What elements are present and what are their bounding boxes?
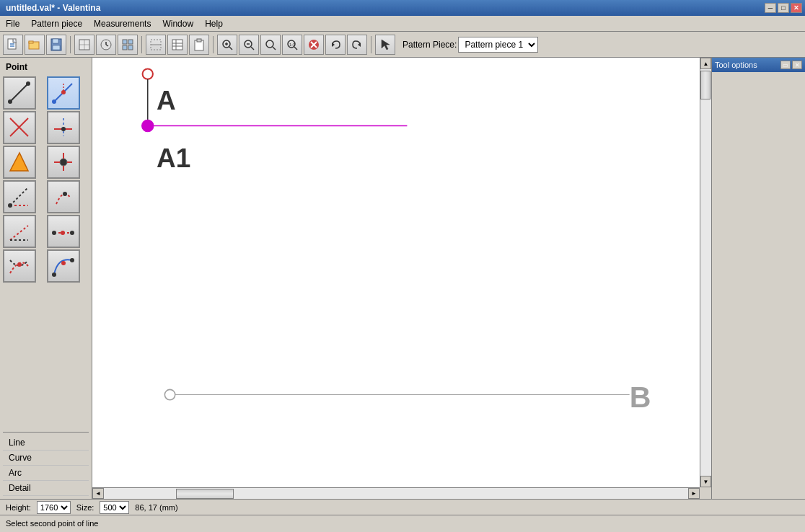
zoom-in-icon: [221, 38, 234, 51]
svg-point-74: [61, 261, 66, 265]
table-icon: [171, 38, 184, 51]
layout-btn[interactable]: [118, 35, 138, 55]
draft-icon: [149, 38, 162, 51]
title-bar-buttons: ─ □ ✕: [765, 3, 802, 13]
scrollbar-vertical[interactable]: ▲ ▼: [700, 58, 711, 487]
category-detail[interactable]: Detail: [3, 481, 89, 496]
redo-btn[interactable]: [347, 35, 367, 55]
main-layout: Point: [0, 58, 805, 499]
svg-text:1:1: 1:1: [289, 43, 296, 47]
svg-rect-16: [123, 45, 127, 50]
arrow-icon: [379, 38, 392, 51]
svg-marker-56: [10, 153, 28, 171]
shoulder-tool[interactable]: [3, 215, 36, 248]
bisector-tool[interactable]: [47, 111, 80, 144]
svg-rect-20: [172, 40, 182, 50]
arrow-btn[interactable]: [375, 35, 395, 55]
scroll-left-btn[interactable]: ◄: [92, 488, 104, 499]
clipboard-btn[interactable]: [189, 35, 209, 55]
open-icon: [28, 38, 41, 51]
menu-window[interactable]: Window: [157, 16, 199, 31]
stop-btn[interactable]: [304, 35, 324, 55]
history-btn[interactable]: [96, 35, 116, 55]
zoom-in-btn[interactable]: [217, 35, 237, 55]
svg-line-62: [10, 187, 28, 205]
svg-line-27: [229, 47, 232, 50]
scroll-up-btn[interactable]: ▲: [700, 58, 711, 69]
svg-point-33: [266, 40, 273, 48]
category-curve[interactable]: Curve: [3, 451, 89, 466]
new-button[interactable]: [3, 35, 23, 55]
svg-point-73: [52, 272, 56, 277]
svg-rect-6: [53, 39, 58, 43]
maximize-button[interactable]: □: [778, 3, 789, 13]
stop-icon: [307, 38, 320, 51]
curve-icon: [50, 253, 76, 279]
height-select[interactable]: 1760: [37, 501, 71, 514]
coordinates-text: 86, 17 (mm): [135, 503, 177, 512]
pattern-piece-select[interactable]: Pattern piece 1: [458, 37, 538, 53]
svg-rect-4: [29, 41, 33, 43]
menu-help[interactable]: Help: [199, 16, 229, 31]
separator-3: [213, 36, 214, 53]
status-message: Select second point of line: [6, 519, 98, 528]
close-button[interactable]: ✕: [791, 3, 802, 13]
point-inter-icon: [50, 149, 76, 175]
menu-pattern-piece[interactable]: Pattern piece: [25, 16, 88, 31]
zoom-fit-btn[interactable]: [260, 35, 281, 55]
svg-point-72: [17, 262, 22, 267]
save-icon: [50, 38, 63, 51]
category-line[interactable]: Line: [3, 435, 89, 451]
arc-inter-tool[interactable]: [3, 249, 36, 283]
along-line-tool[interactable]: [47, 76, 80, 110]
scroll-thumb-horizontal[interactable]: [176, 489, 234, 499]
scroll-track-vertical[interactable]: [700, 69, 711, 476]
size-select[interactable]: 500: [100, 501, 129, 514]
along-perp-tool[interactable]: [3, 111, 36, 144]
zoom-out-btn[interactable]: [239, 35, 259, 55]
svg-rect-25: [197, 39, 201, 42]
panel-header: Point: [3, 61, 89, 74]
menu-measurements[interactable]: Measurements: [88, 16, 157, 31]
save-button[interactable]: [46, 35, 66, 55]
scroll-track-horizontal[interactable]: [104, 488, 688, 499]
right-panel-restore-btn[interactable]: ▭: [780, 61, 791, 69]
scroll-thumb-vertical[interactable]: [700, 71, 711, 99]
category-arc[interactable]: Arc: [3, 466, 89, 481]
right-panel-close-btn[interactable]: ✕: [792, 61, 802, 69]
minimize-button[interactable]: ─: [765, 3, 776, 13]
left-panel: Point: [0, 58, 92, 499]
canvas-container[interactable]: A A1 B ▲ ▼ ◄: [92, 58, 711, 499]
pattern-icon-btn[interactable]: [74, 35, 94, 55]
svg-rect-17: [128, 45, 133, 50]
left-panel-categories: Line Curve Arc Detail: [3, 432, 89, 496]
menu-file[interactable]: File: [0, 16, 25, 31]
line-point-tool[interactable]: [3, 76, 36, 110]
midpoint-tool[interactable]: [47, 215, 80, 248]
perp-point-tool[interactable]: [3, 180, 36, 213]
point-inter-tool[interactable]: [47, 146, 80, 179]
zoom-out-icon: [242, 38, 255, 51]
label-b: B: [630, 381, 651, 414]
title-text: untitled.val* - Valentina: [3, 3, 100, 13]
curve-tool[interactable]: [47, 249, 80, 283]
svg-rect-14: [123, 40, 127, 44]
svg-line-34: [273, 47, 276, 50]
toolbar: 1:1 Pattern Piece: Pattern piece 1: [0, 32, 805, 58]
scrollbar-horizontal[interactable]: ◄ ►: [92, 487, 700, 499]
zoom-100-btn[interactable]: 1:1: [282, 35, 302, 55]
draft-btn[interactable]: [146, 35, 166, 55]
clipboard-icon: [193, 38, 206, 51]
svg-point-45: [8, 99, 12, 104]
point-b-start-circle: [164, 389, 175, 399]
point-arc-tool[interactable]: [47, 180, 80, 213]
triangle-tool[interactable]: [3, 146, 36, 179]
table-btn[interactable]: [167, 35, 188, 55]
scroll-down-btn[interactable]: ▼: [700, 476, 711, 487]
along-perp-icon: [6, 115, 32, 141]
scroll-right-btn[interactable]: ►: [688, 488, 700, 499]
undo-btn[interactable]: [325, 35, 346, 55]
svg-point-70: [61, 231, 65, 235]
shoulder-icon: [6, 218, 32, 244]
open-button[interactable]: [25, 35, 45, 55]
